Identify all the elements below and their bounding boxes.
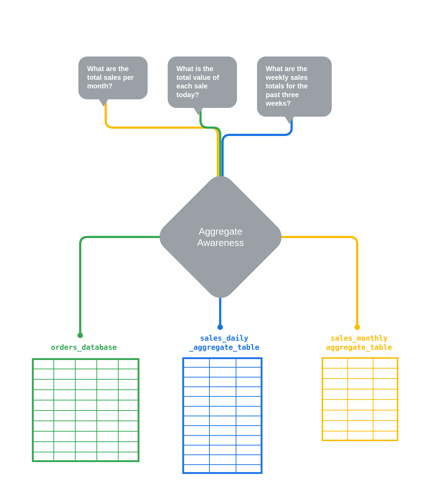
endpoint-dot-blue (218, 325, 223, 330)
table-orders-database (32, 358, 139, 462)
question-text: What are the total sales per month? (87, 65, 134, 90)
table-label-yellow: sales_monthly aggregate_table (310, 334, 408, 352)
diamond-label-line2: Awareness (197, 237, 244, 248)
question-bubble-3: What are the weekly sales totals for the… (257, 56, 332, 117)
table-sales-daily (182, 357, 262, 474)
aggregate-awareness-node: Aggregate Awareness (173, 190, 268, 284)
question-bubble-1: What are the total sales per month? (78, 56, 148, 99)
endpoint-dot-green (77, 333, 83, 338)
endpoint-dot-yellow (355, 325, 360, 330)
table-sales-monthly (322, 357, 398, 441)
question-text: What are the weekly sales totals for the… (266, 65, 308, 107)
table-label-green: orders_database (35, 343, 133, 352)
question-text: What is the total value of each sale tod… (177, 65, 219, 99)
diamond-label-line1: Aggregate (199, 226, 242, 237)
question-bubble-2: What is the total value of each sale tod… (168, 56, 237, 108)
table-label-blue: sales_daily _aggregate_table (175, 334, 274, 352)
